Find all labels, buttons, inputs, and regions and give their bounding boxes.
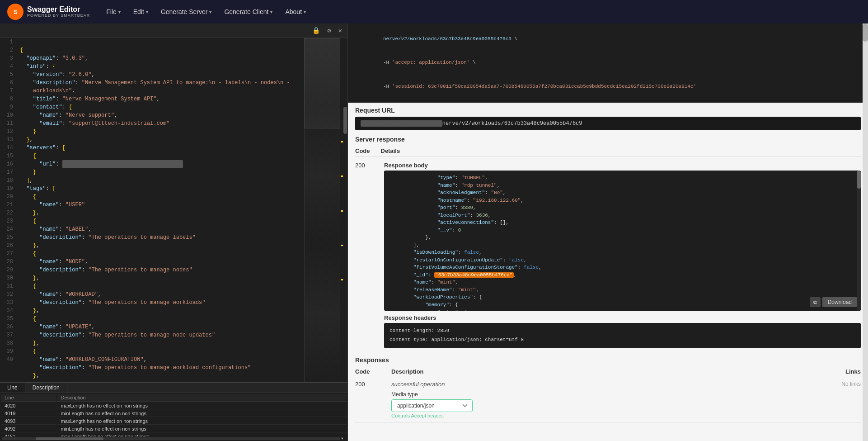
- error-col-desc: Description: [57, 394, 347, 402]
- right-panel-scrollbar[interactable]: [863, 24, 868, 441]
- scrollbar-thumb[interactable]: [343, 107, 347, 134]
- code-content[interactable]: { "openapi": "3.0.3", "info": { "version…: [16, 38, 304, 382]
- responses-links-200: No links: [816, 381, 861, 387]
- error-table-row: 4092minLength has no effect on non strin…: [1, 426, 347, 432]
- about-menu-arrow: ▾: [304, 9, 306, 14]
- error-panel-tab-desc[interactable]: Description: [25, 383, 67, 393]
- response-body-container: "type": "TUNNEL", "name": "rdp tunnel", …: [384, 171, 861, 311]
- edit-menu-arrow: ▾: [146, 9, 148, 14]
- file-menu[interactable]: File ▾: [101, 5, 126, 18]
- responses-col-desc-header: Description: [391, 368, 816, 375]
- generate-server-arrow: ▾: [209, 9, 211, 14]
- server-response-section: Server response Code Details 200 Respons…: [348, 132, 868, 353]
- server-response-title: Server response: [355, 136, 861, 143]
- error-table-row: 4020maxLength has no effect on non strin…: [1, 403, 347, 409]
- error-line: 4019: [1, 410, 56, 417]
- error-desc: maxLength has no effect on non strings: [57, 418, 347, 425]
- error-desc: minLength has no effect on non strings: [57, 426, 347, 432]
- header-content-length: content-length: 2859: [389, 327, 855, 336]
- error-line: 4092: [1, 426, 56, 432]
- error-panel-tab-line[interactable]: Line: [0, 383, 25, 393]
- logo: S Swagger Editor POWERED BY SMARTBEAR: [7, 4, 90, 20]
- responses-code-200: 200: [355, 381, 391, 388]
- response-details: Response body "type": "TUNNEL", "name": …: [384, 162, 861, 348]
- error-table-row: 4151max Length has no effect on non stri…: [1, 433, 347, 436]
- line-numbers: 12345 678910 1112131415 1617181920 21222…: [0, 38, 16, 382]
- response-headers-label: Response headers: [384, 314, 861, 321]
- scrollbar-thumb: [857, 171, 861, 189]
- responses-table-header: Code Description Links: [355, 366, 861, 377]
- about-menu[interactable]: About ▾: [280, 5, 311, 18]
- curl-path: nerve/v2/workloads/63c7b33a48c9ea0055b47…: [353, 27, 863, 51]
- generate-client-menu[interactable]: Generate Client ▾: [219, 5, 278, 18]
- header-content-type: content-type: application/json; charset=…: [389, 336, 855, 345]
- media-type-select[interactable]: application/json: [391, 399, 473, 412]
- main-layout: 🔒 ⚙ ✕ 12345 678910 1112131415 1617181920…: [0, 24, 868, 441]
- code-editor-area[interactable]: 12345 678910 1112131415 1617181920 21222…: [0, 38, 347, 382]
- media-type-block: Media type application/json Controls Acc…: [391, 391, 816, 418]
- response-headers-box: content-length: 2859 content-type: appli…: [384, 323, 861, 348]
- nav-menu: File ▾ Edit ▾ Generate Server ▾ Generate…: [101, 5, 311, 18]
- error-line: 4020: [1, 403, 56, 409]
- response-body-code: "type": "TUNNEL", "name": "rdp tunnel", …: [384, 171, 861, 311]
- error-panel-header: Line Description: [0, 383, 347, 393]
- response-row: 200 Response body "type": "TUNNEL", "nam…: [355, 159, 861, 351]
- error-panel: Line Description Line Description 4020ma…: [0, 382, 347, 436]
- error-table-row: 4093maxLength has no effect on non strin…: [1, 418, 347, 425]
- responses-section: Responses Code Description Links 200 suc…: [348, 353, 868, 426]
- responses-col-code-header: Code: [355, 368, 391, 375]
- responses-desc-200: successful operation Media type applicat…: [391, 381, 816, 418]
- right-scrollbar-thumb: [863, 24, 868, 42]
- error-line: 4093: [1, 418, 56, 425]
- error-table: Line Description 4020maxLength has no ef…: [0, 393, 347, 436]
- edit-menu[interactable]: Edit ▾: [128, 5, 154, 18]
- curl-header-session: -H 'sessionId: 63c70011f50ca20054da5aa7-…: [353, 75, 863, 99]
- error-desc: maxLength has no effect on non strings: [57, 403, 347, 409]
- error-line: 4151: [1, 433, 56, 436]
- error-col-line: Line: [1, 394, 56, 402]
- response-table-header: Code Details: [355, 146, 861, 156]
- response-body-actions: ⧉ Download: [810, 297, 857, 307]
- media-type-label: Media type: [391, 391, 816, 398]
- responses-desc-text: successful operation: [391, 381, 445, 388]
- request-url-title: Request URL: [355, 107, 861, 114]
- responses-col-links-header: Links: [816, 368, 861, 375]
- response-body-label: Response body: [384, 162, 861, 169]
- generate-client-arrow: ▾: [270, 9, 272, 14]
- minimap: [304, 38, 340, 382]
- minimap-viewport: [305, 38, 340, 128]
- generate-server-menu[interactable]: Generate Server ▾: [155, 5, 217, 18]
- request-url-section: Request URL ████████████████████████nerv…: [348, 103, 868, 132]
- error-table-row: 4019minLength has no effect on non strin…: [1, 410, 347, 417]
- col-code-header: Code: [355, 147, 370, 154]
- top-navigation: S Swagger Editor POWERED BY SMARTBEAR Fi…: [0, 0, 868, 24]
- curl-section: nerve/v2/workloads/63c7b33a48c9ea0055b47…: [348, 24, 868, 103]
- close-panel-icon[interactable]: ✕: [337, 26, 344, 35]
- file-menu-arrow: ▾: [118, 9, 121, 14]
- responses-row-200: 200 successful operation Media type appl…: [355, 377, 861, 422]
- controls-label: Controls Accept header.: [391, 413, 816, 418]
- swagger-logo-icon: S: [7, 4, 23, 20]
- editor-panel: 🔒 ⚙ ✕ 12345 678910 1112131415 1617181920…: [0, 24, 348, 441]
- response-code-200: 200: [355, 162, 373, 169]
- scrollbar-track: [343, 38, 347, 382]
- right-panel: nerve/v2/workloads/63c7b33a48c9ea0055b47…: [348, 24, 868, 441]
- download-response-button[interactable]: Download: [822, 297, 857, 307]
- col-details-header: Details: [381, 147, 400, 154]
- svg-text:S: S: [14, 9, 18, 15]
- request-url-blurred: ████████████████████████: [361, 120, 442, 127]
- error-desc: max Length has no effect on non strings: [57, 433, 347, 436]
- editor-vertical-scrollbar[interactable]: [343, 38, 347, 382]
- responses-title: Responses: [355, 356, 861, 364]
- copy-response-button[interactable]: ⧉: [810, 297, 821, 307]
- logo-text: Swagger Editor POWERED BY SMARTBEAR: [27, 6, 90, 18]
- error-desc: minLength has no effect on non strings: [57, 410, 347, 417]
- editor-toolbar: 🔒 ⚙ ✕: [0, 24, 347, 38]
- settings-icon[interactable]: ⚙: [325, 26, 333, 35]
- response-body-scrollbar[interactable]: [857, 171, 861, 311]
- lock-icon[interactable]: 🔒: [310, 26, 322, 35]
- request-url-bar: ████████████████████████nerve/v2/workloa…: [355, 117, 861, 130]
- curl-header-accept: -H 'accept: application/json' \: [353, 51, 863, 75]
